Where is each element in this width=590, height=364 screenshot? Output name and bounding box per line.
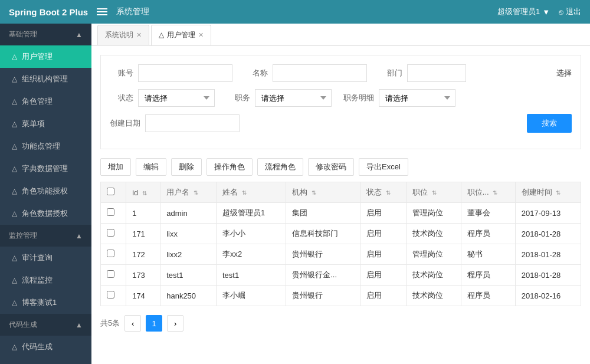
td-created-0: 2017-09-13 [515,203,581,224]
sidebar-item-function[interactable]: △ 功能点管理 [0,135,91,158]
sidebar-item-codegen[interactable]: △ 代码生成 [0,336,91,358]
td-position-0: 管理岗位 [407,203,461,224]
collapse-icon: ▲ [76,31,83,39]
td-checkbox-1 [101,224,126,244]
form-row-1: 账号 名称 部门 选择 [110,64,572,82]
sort-position-icon[interactable]: ⇅ [432,189,437,196]
name-input[interactable] [273,64,367,82]
td-fullname-4: 李小崛 [216,286,286,306]
sidebar-group-basic-header: 基础管理 ▲ [0,24,91,45]
position-select[interactable]: 请选择 [255,89,332,107]
status-label: 状态 [110,93,133,103]
sidebar-item-flow-monitor[interactable]: △ 流程监控 [0,269,91,291]
department-input[interactable] [407,64,466,82]
position-detail-select[interactable]: 请选择 [379,89,455,107]
row-checkbox-0[interactable] [107,208,114,216]
logout-button[interactable]: ⎋ 退出 [559,6,581,17]
th-position: 职位 ⇅ [407,182,461,203]
sidebar-item-blog-test[interactable]: △ 博客测试1 [0,291,91,314]
prev-page-button[interactable]: ‹ [124,315,141,332]
th-created: 创建时间 ⇅ [515,182,581,203]
role-management-icon: △ [12,97,17,106]
sidebar-group-codegen: 代码生成 ▲ △ 代码生成 △ 子系统生成 [0,314,91,364]
account-input[interactable] [138,64,232,82]
status-select[interactable]: 请选择 [138,89,215,107]
row-checkbox-2[interactable] [107,250,114,257]
user-menu[interactable]: 超级管理员1 ▼ [497,6,550,17]
pagination: 共5条 ‹ 1 › [100,315,581,332]
create-date-input[interactable] [145,114,240,132]
next-page-button[interactable]: › [167,315,183,332]
td-id-4: 174 [126,286,160,306]
tab-user-management[interactable]: △ 用户管理 ✕ [151,25,211,45]
sidebar-item-role-management[interactable]: △ 角色管理 [0,90,91,113]
select-all-checkbox[interactable] [107,188,114,195]
tab-user-management-label: 用户管理 [167,30,195,40]
search-button[interactable]: 搜索 [527,114,572,133]
app-title: Spring Boot 2 Plus [9,7,88,17]
sidebar-group-codegen-label: 代码生成 [9,320,37,330]
th-pos-detail: 职位... ⇅ [461,182,515,203]
sidebar-item-audit[interactable]: △ 审计查询 [0,247,91,269]
sidebar-item-role-function-auth[interactable]: △ 角色功能授权 [0,180,91,202]
td-pos-detail-4: 程序员 [461,286,515,306]
sort-pos-detail-icon[interactable]: ⇅ [493,189,497,196]
header-left: Spring Boot 2 Plus 系统管理 [9,6,149,17]
sidebar-item-dict[interactable]: △ 字典数据管理 [0,158,91,180]
sidebar-group-monitor: 监控管理 ▲ △ 审计查询 △ 流程监控 △ 博客测试1 [0,225,91,314]
page-1-button[interactable]: 1 [146,315,162,332]
flow-role-button[interactable]: 流程角色 [257,158,303,176]
sidebar-item-menu[interactable]: △ 菜单项 [0,113,91,135]
tab-user-management-close[interactable]: ✕ [198,31,204,39]
sort-created-icon[interactable]: ⇅ [556,189,560,196]
sidebar-item-label: 字典数据管理 [22,163,68,174]
td-username-3: test1 [160,265,217,286]
td-org-4: 贵州银行 [286,286,360,306]
row-checkbox-3[interactable] [107,270,114,278]
menu-toggle-button[interactable] [97,8,107,15]
edit-button[interactable]: 编辑 [136,158,166,176]
th-org: 机构 ⇅ [286,182,360,203]
tab-system-desc-close[interactable]: ✕ [136,31,142,39]
sidebar-item-role-data-auth[interactable]: △ 角色数据授权 [0,202,91,225]
select-label-item: 选择 [556,68,572,78]
td-status-2: 启用 [360,244,406,265]
add-button[interactable]: 增加 [100,158,131,176]
content: 系统说明 ✕ △ 用户管理 ✕ 账号 名称 [91,24,590,364]
sort-username-icon[interactable]: ⇅ [194,189,198,196]
sort-org-icon[interactable]: ⇅ [312,189,316,196]
change-password-button[interactable]: 修改密码 [308,158,354,176]
sidebar-item-subsystem-gen[interactable]: △ 子系统生成 [0,358,91,364]
account-label: 账号 [110,68,133,78]
row-checkbox-4[interactable] [107,291,114,299]
content-area: 账号 名称 部门 选择 [91,46,590,364]
logout-label: 退出 [566,6,581,17]
operate-role-button[interactable]: 操作角色 [206,158,253,176]
sort-status-icon[interactable]: ⇅ [386,189,391,196]
data-table: id ⇅ 用户名 ⇅ 姓名 ⇅ 机构 ⇅ 状态 ⇅ 职位 ⇅ 职位... ⇅ 创… [100,182,581,306]
td-checkbox-4 [101,286,126,306]
td-username-0: admin [160,203,217,224]
tab-system-desc[interactable]: 系统说明 ✕ [97,25,149,45]
org-management-icon: △ [12,75,17,83]
export-excel-button[interactable]: 导出Excel [359,158,408,176]
position-detail-label: 职务明细 [343,93,374,103]
sort-id-icon[interactable]: ⇅ [142,190,147,196]
sidebar-item-label: 组织机构管理 [22,74,68,84]
header-right: 超级管理员1 ▼ ⎋ 退出 [497,6,581,17]
role-function-auth-icon: △ [12,187,17,195]
role-data-auth-icon: △ [12,209,17,218]
td-org-0: 集团 [286,203,360,224]
sidebar-item-org-management[interactable]: △ 组织机构管理 [0,68,91,90]
sidebar-group-codegen-header: 代码生成 ▲ [0,314,91,336]
sort-fullname-icon[interactable]: ⇅ [242,189,247,196]
td-checkbox-3 [101,265,126,286]
sidebar-item-user-management[interactable]: △ 用户管理 [0,45,91,68]
delete-button[interactable]: 删除 [171,158,202,176]
td-created-3: 2018-01-28 [515,265,581,286]
row-checkbox-1[interactable] [107,229,114,237]
th-status: 状态 ⇅ [360,182,406,203]
form-item-name: 名称 [244,64,367,82]
select-label: 选择 [556,68,572,78]
td-created-4: 2018-02-16 [515,286,581,306]
